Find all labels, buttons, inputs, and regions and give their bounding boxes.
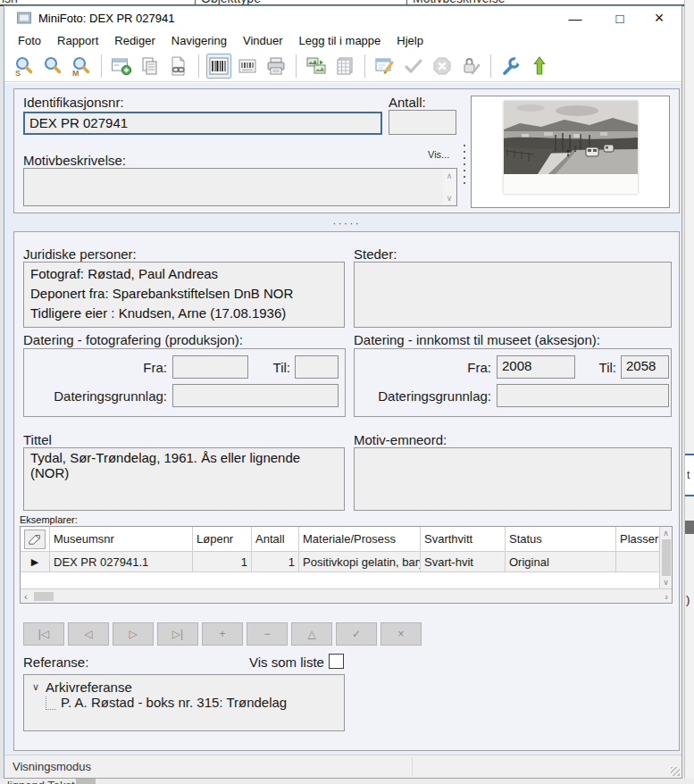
scroll-down-icon[interactable]: ∨ [663, 578, 669, 587]
motiv-emneord-box[interactable] [354, 447, 672, 511]
barcode-icon[interactable] [206, 54, 231, 79]
search-s-icon[interactable]: S [12, 54, 37, 79]
new-record-icon[interactable] [109, 54, 134, 79]
toolbar-separator [198, 54, 199, 78]
nav-post-button[interactable]: ✓ [336, 622, 377, 646]
aksesjon-til-field[interactable]: 2058 [621, 355, 669, 379]
cancel-icon [430, 54, 455, 79]
column-svarthvitt[interactable]: Svarthvitt [421, 527, 506, 552]
scroll-up-icon[interactable]: ∧ [447, 171, 453, 180]
antall-field[interactable] [389, 110, 456, 135]
steder-box[interactable] [354, 262, 672, 328]
cell-plassering [616, 552, 661, 572]
vis-link[interactable]: Vis... [428, 149, 449, 160]
nav-first-button[interactable]: |◁ [23, 622, 64, 646]
juridiske-line: Tidligere eier : Knudsen, Arne (17.08.19… [30, 304, 338, 323]
referanse-label: Referanse: [23, 655, 88, 670]
aksesjon-grunnlag-field[interactable] [497, 384, 669, 407]
table-horizontal-scrollbar[interactable]: ‹› [21, 588, 672, 603]
tree-expand-icon[interactable]: ∨ [32, 681, 39, 693]
juridiske-line: Deponert fra: Sparebankstiftelsen DnB NO… [30, 284, 338, 304]
search-m-icon[interactable]: M [69, 54, 94, 79]
tree-child-label: P. A. Røstad - boks nr. 315: Trøndelag [61, 695, 287, 710]
scroll-left-icon[interactable]: ‹ [24, 591, 28, 602]
dateringsgrunnlag-label: Dateringsgrunnlag: [355, 388, 491, 404]
search-icon[interactable] [40, 54, 65, 79]
juridiske-line: Fotograf: Røstad, Paul Andreas [30, 264, 338, 284]
bg-bottom-box [76, 779, 96, 784]
juridiske-box[interactable]: Fotograf: Røstad, Paul Andreas Deponert … [23, 262, 345, 328]
cell-museumsnr: DEX PR 027941.1 [50, 552, 193, 572]
motiv-emneord-label: Motiv-emneord: [354, 432, 447, 447]
nav-edit-button[interactable]: △ [291, 622, 332, 646]
scrollbar-thumb[interactable] [662, 539, 671, 576]
svg-text:S: S [15, 69, 21, 77]
produksjon-til-field[interactable] [295, 355, 339, 379]
bg-field-fragment: t [685, 454, 694, 496]
scrollbar-thumb[interactable] [34, 592, 54, 601]
nav-cancel-button[interactable]: × [380, 622, 422, 646]
background-bottom-strip: lignend Tekst [0, 779, 694, 784]
image-transfer-icon[interactable] [304, 54, 329, 79]
move-up-icon[interactable] [527, 54, 552, 79]
settings-wrench-icon[interactable] [498, 54, 523, 79]
menu-hjelp[interactable]: Hjelp [389, 31, 431, 50]
nav-prev-button[interactable]: ◁ [68, 622, 109, 646]
nav-insert-button[interactable]: + [202, 622, 243, 646]
menu-legg-til-i-mappe[interactable]: Legg til i mappe [291, 31, 389, 50]
window-title: MiniFoto: DEX PR 027941 [38, 12, 174, 25]
table-row[interactable]: ▶ DEX PR 027941.1 1 1 Positivkopi gelati… [21, 552, 672, 572]
produksjon-grunnlag-field[interactable] [172, 384, 339, 407]
tree-node-arkivreferanse[interactable]: ∨ Arkivreferanse [24, 675, 344, 695]
vertical-splitter-handle[interactable] [464, 145, 465, 188]
photo-frame[interactable] [471, 96, 670, 208]
edit-form-icon[interactable] [372, 54, 397, 79]
lock-edit-icon[interactable] [458, 54, 483, 79]
scroll-right-icon[interactable]: › [665, 591, 668, 602]
tag-icon[interactable] [24, 530, 46, 549]
print-icon[interactable] [263, 54, 288, 79]
menu-foto[interactable]: Foto [10, 31, 49, 50]
copy-icon[interactable] [138, 54, 163, 79]
toolbar-separator [490, 54, 491, 78]
barcode-label-icon[interactable] [235, 54, 260, 79]
scroll-down-icon[interactable]: ∨ [447, 194, 453, 203]
tree-node-rostad[interactable]: P. A. Røstad - boks nr. 315: Trøndelag [46, 695, 344, 710]
tittel-box[interactable]: Tydal, Sør-Trøndelag, 1961. Ås eller lig… [23, 447, 345, 511]
link-document-icon[interactable] [166, 54, 191, 79]
record-navigator: |◁ ◁ ▷ ▷| + − △ ✓ × [23, 622, 422, 646]
close-button[interactable]: × [644, 6, 674, 29]
table-vertical-scrollbar[interactable]: ∧∨ [659, 527, 672, 588]
menu-vinduer[interactable]: Vinduer [235, 31, 291, 50]
dateringsgrunnlag-label: Dateringsgrunnlag: [24, 388, 167, 404]
menu-rapport[interactable]: Rapport [49, 31, 106, 50]
column-museumsnr[interactable]: Museumsnr [50, 527, 193, 552]
column-materiale[interactable]: Materiale/Prosess [299, 527, 421, 552]
identifikasjonsnr-field[interactable]: DEX PR 027941 [23, 112, 382, 135]
nav-last-button[interactable]: ▷| [157, 622, 198, 646]
resize-grip[interactable] [671, 767, 680, 776]
column-lopenr[interactable]: Løpenr [193, 527, 252, 552]
scroll-up-icon[interactable]: ∧ [663, 529, 669, 538]
motivbeskrivelse-textarea[interactable]: ∧ ∨ [23, 168, 457, 206]
minimize-button[interactable]: — [560, 6, 590, 29]
eksemplarer-label: Eksemplarer: [20, 514, 78, 525]
horizontal-splitter-handle[interactable]: ····· [13, 213, 680, 231]
antall-label: Antall: [389, 95, 426, 110]
cell-lopenr: 1 [193, 552, 252, 572]
column-antall[interactable]: Antall [252, 527, 299, 552]
menu-navigering[interactable]: Navigering [163, 31, 235, 50]
app-icon [17, 12, 31, 24]
column-status[interactable]: Status [506, 527, 616, 552]
menu-rediger[interactable]: Rediger [106, 31, 163, 50]
nav-next-button[interactable]: ▷ [113, 622, 154, 646]
vis-som-liste-checkbox[interactable] [329, 654, 344, 669]
datering-aksesjon-label: Datering - innkomst til museet (aksesjon… [354, 332, 600, 347]
maximize-button[interactable]: □ [605, 6, 635, 29]
toolbar-separator [296, 54, 297, 78]
motiv-scrollbar[interactable]: ∧ ∨ [443, 170, 456, 204]
nav-delete-button[interactable]: − [247, 622, 288, 646]
column-plassering[interactable]: Plassering [616, 527, 661, 552]
tree-root-label: Arkivreferanse [46, 680, 132, 695]
grid-stack-icon[interactable] [332, 54, 357, 79]
